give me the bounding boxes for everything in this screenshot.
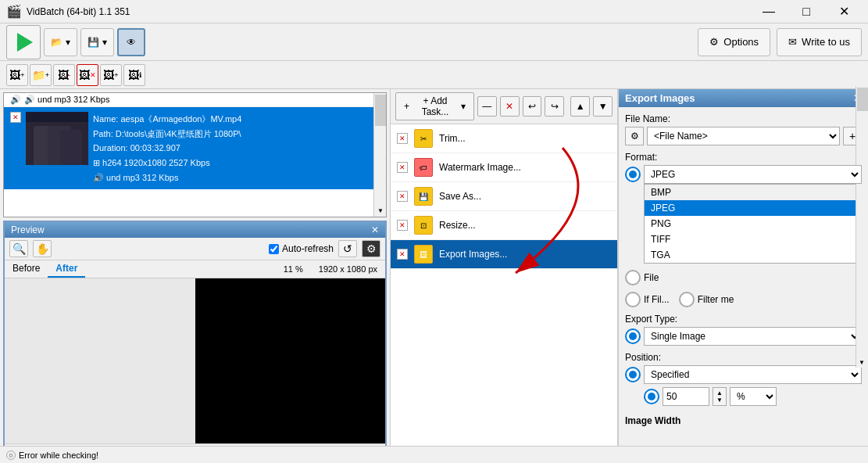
add-file-icon: 🖼: [9, 69, 20, 81]
file-radio[interactable]: [625, 270, 641, 285]
file-name-options-btn[interactable]: ⚙: [625, 127, 644, 145]
file-name-row: ⚙ <File Name> +: [625, 127, 862, 145]
email-icon: ✉: [788, 36, 797, 48]
main-toolbar: 📂 ▾ 💾 ▾ 👁 ⚙ Options ✉ Write to us: [0, 23, 868, 61]
add-file-button[interactable]: 🖼+: [6, 64, 28, 86]
format-option-tga[interactable]: TGA: [645, 247, 861, 263]
trim-task-label: Trim...: [439, 133, 466, 144]
add-files2-icon: 🖼: [103, 69, 114, 81]
export-type-select[interactable]: Single Image: [644, 327, 862, 346]
settings-button[interactable]: ⚙: [362, 240, 380, 257]
tab-before[interactable]: Before: [5, 260, 48, 278]
format-option-png[interactable]: PNG: [645, 216, 861, 232]
file-list: 🔊 🔊 und mp3 312 Kbps ✕ Name: aespa《Armag…: [3, 92, 387, 217]
zoom-fit-button[interactable]: 🔍: [9, 240, 28, 257]
open-button[interactable]: 📂 ▾: [44, 28, 77, 56]
save-button[interactable]: 💾 ▾: [80, 28, 114, 56]
export-task-label: Export Images...: [439, 249, 507, 260]
task-item-watermark[interactable]: ✕ 🏷 Watermark Image...: [391, 153, 617, 182]
position-label: Position:: [625, 352, 862, 363]
preview-tabs: Before After 11 % 1920 x 1080 px: [5, 260, 385, 278]
move-up-button[interactable]: ▲: [570, 96, 590, 117]
export-type-radio[interactable]: [625, 328, 641, 344]
dropdown-arrow2: ▾: [102, 37, 107, 48]
file-duration: Duration: 00:03:32.907: [93, 141, 241, 156]
scrollbar-thumb: [375, 95, 386, 126]
close-x-icon[interactable]: ✕: [10, 112, 21, 123]
undo-icon: ↩: [528, 101, 536, 112]
export-panel-scrollbar[interactable]: ▼: [855, 107, 868, 368]
remove-file-button[interactable]: 🖼-: [53, 64, 75, 86]
file-list-item[interactable]: ✕ Name: aespa《Armageddon》MV.mp4 Path: D:…: [4, 107, 386, 189]
position-spinner[interactable]: ▲▼: [713, 387, 727, 406]
undo-button[interactable]: ↩: [523, 96, 542, 117]
filter2-radio[interactable]: [679, 292, 695, 307]
refresh-button[interactable]: ↺: [338, 240, 357, 257]
file-audio: 🔊 und mp3 312 Kbps: [93, 170, 241, 185]
format-row: JPEG: [625, 165, 862, 184]
write-to-us-button[interactable]: ✉ Write to us: [777, 28, 862, 56]
minimize-button[interactable]: —: [751, 0, 787, 23]
format-field: Format: JPEG BMP JP: [625, 152, 862, 264]
play-button[interactable]: [6, 25, 41, 59]
auto-refresh-label: Auto-refresh: [282, 243, 334, 254]
add-folder-button[interactable]: 📁+: [30, 64, 52, 86]
format-radio-indicator: [625, 167, 641, 182]
filter-radio[interactable]: [625, 292, 641, 307]
trim-task-icon: ✂: [414, 129, 433, 148]
file-info-button[interactable]: 🖼ℹ: [123, 64, 145, 86]
filter-label: If Fil...: [644, 294, 670, 305]
format-select[interactable]: JPEG: [644, 165, 862, 184]
redo-icon: ↪: [551, 101, 559, 112]
preview-canvas: [5, 278, 385, 443]
export-scroll-down[interactable]: ▼: [856, 357, 867, 368]
remove-task-button[interactable]: —: [477, 96, 497, 117]
task-item-saveas[interactable]: ✕ 💾 Save As...: [391, 182, 617, 211]
format-option-jpeg[interactable]: JPEG: [645, 200, 861, 216]
export-type-field: Export Type: Single Image: [625, 314, 862, 346]
task-x-icon3: ✕: [397, 191, 408, 202]
resize-task-label: Resize...: [439, 220, 476, 231]
write-label: Write to us: [802, 36, 850, 48]
position-unit-select[interactable]: %: [730, 387, 777, 406]
maximize-button[interactable]: □: [788, 0, 824, 23]
options-button[interactable]: ⚙ Options: [698, 28, 770, 56]
scroll-down-arrow[interactable]: ▼: [374, 204, 387, 217]
add-task-label: + Add Task...: [413, 95, 458, 117]
position-num-radio[interactable]: [644, 389, 659, 404]
add-files2-button[interactable]: 🖼+: [100, 64, 122, 86]
position-select[interactable]: Specified: [644, 365, 862, 384]
tab-after[interactable]: After: [48, 260, 85, 278]
file-list-scrollbar[interactable]: ▼: [373, 93, 386, 217]
delete-task-button[interactable]: ✕: [500, 96, 520, 117]
auto-refresh-checkbox[interactable]: [269, 244, 279, 254]
redo-button[interactable]: ↪: [545, 96, 564, 117]
minus-icon: —: [482, 101, 491, 112]
remove-all-button[interactable]: 🖼✕: [77, 64, 98, 86]
format-select-wrapper: JPEG: [644, 165, 862, 184]
saveas-task-label: Save As...: [439, 191, 481, 202]
move-down-button[interactable]: ▼: [593, 96, 613, 117]
format-option-tiff[interactable]: TIFF: [645, 232, 861, 247]
format-option-bmp[interactable]: BMP: [645, 185, 861, 200]
close-button[interactable]: ✕: [826, 0, 862, 23]
preview-panel: Preview ✕ 🔍 ✋ Auto-refresh ↺ ⚙ Before: [3, 221, 387, 463]
add-icon: +: [404, 101, 409, 112]
position-num-input[interactable]: [663, 387, 709, 406]
audio-row: 🔊 🔊 und mp3 312 Kbps: [4, 93, 386, 107]
task-item-trim[interactable]: ✕ ✂ Trim...: [391, 124, 617, 153]
resize-task-icon: ⊡: [414, 216, 433, 235]
export-panel: Export Images ✕ ▼ File Name: ⚙ <File Nam…: [618, 89, 868, 463]
down-icon: ▼: [598, 101, 608, 112]
file-name-select[interactable]: <File Name>: [647, 127, 840, 145]
add-task-dropdown-icon: ▾: [461, 101, 466, 112]
watermark-task-label: Watermark Image...: [439, 162, 521, 173]
pan-button[interactable]: ✋: [33, 240, 52, 257]
preview-close-button[interactable]: ✕: [371, 224, 379, 235]
add-task-button[interactable]: + + Add Task... ▾: [395, 92, 474, 120]
save-icon: 💾: [88, 37, 99, 48]
task-item-resize[interactable]: ✕ ⊡ Resize...: [391, 211, 617, 240]
preview-button[interactable]: 👁: [117, 28, 145, 56]
position-radio[interactable]: [625, 367, 641, 382]
task-item-export[interactable]: ✕ 🖼 Export Images...: [391, 240, 617, 269]
